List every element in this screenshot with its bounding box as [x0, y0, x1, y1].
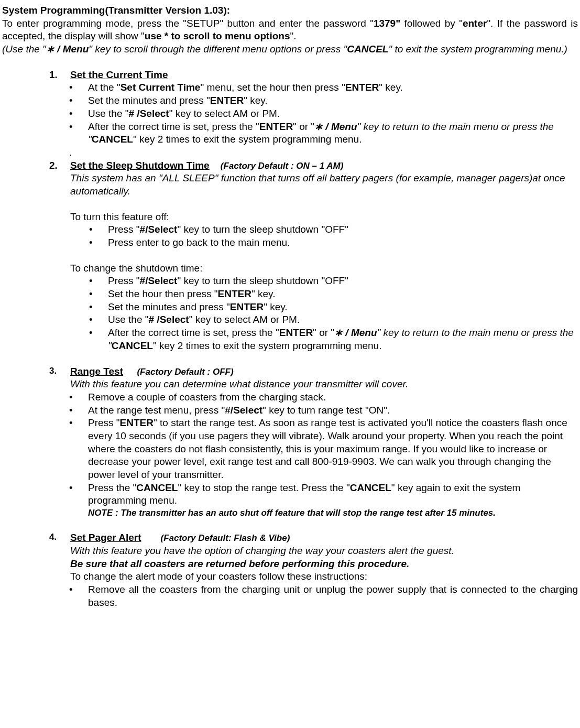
list-item: • Remove a couple of coasters from the c…	[69, 391, 578, 404]
text: Set the hour then press "	[108, 288, 218, 299]
text: Use the "# /Select" key to select AM or …	[88, 107, 280, 121]
text: # /Select	[129, 108, 169, 119]
intro-line-2: (Use the "∗ / Menu" key to scroll throug…	[2, 43, 578, 56]
text: " key.	[251, 288, 275, 299]
list-item: • At the range test menu, press "#/Selec…	[69, 404, 578, 417]
text: At the range test menu, press "	[88, 405, 225, 416]
text: Use the "	[108, 314, 149, 325]
text: ENTER	[259, 121, 293, 132]
text: CANCEL	[112, 340, 153, 351]
section-2-header: 2. Set the Sleep Shutdown Time (Factory …	[49, 159, 578, 172]
list-item: • After the correct time is set, press t…	[89, 327, 578, 352]
bullet-icon: •	[69, 391, 88, 404]
text: Press the "CANCEL" key to stop the range…	[88, 482, 578, 519]
section-description: With this feature you have the option of…	[70, 545, 578, 558]
section-title: Set Pager Alert	[70, 532, 141, 543]
text: ∗ / Menu	[334, 327, 377, 338]
text: " or "	[313, 327, 334, 338]
text: Set the hour then press "ENTER" key.	[108, 288, 275, 301]
text: " key 2 times to exit the system program…	[133, 134, 362, 145]
section-number: 4.	[49, 531, 70, 545]
text: Set the minutes and press "	[108, 301, 230, 312]
section-description: With this feature you can determine what…	[70, 378, 578, 391]
section-number: 3.	[49, 365, 70, 378]
subheading: To turn this feature off:	[70, 211, 578, 224]
section-title: Set the Current Time	[70, 69, 168, 80]
section-title: Set the Sleep Shutdown Time	[70, 160, 210, 171]
text: After the correct time is set, press the…	[88, 121, 259, 132]
bullet-icon: •	[69, 417, 88, 481]
text: After the correct time is set, press the…	[108, 327, 578, 352]
text: Set the minutes and press "	[88, 95, 210, 106]
text: To enter programming mode, press the "SE…	[2, 18, 374, 29]
list-item: • Press "#/Select" key to turn the sleep…	[89, 275, 578, 288]
text: " key to turn the sleep shutdown "OFF"	[177, 275, 348, 286]
intro-line-1: To enter programming mode, press the "SE…	[2, 17, 578, 43]
bullet-icon: •	[69, 81, 88, 94]
bullet-icon: •	[89, 313, 108, 327]
text: Press enter to go back to the main menu.	[108, 236, 290, 249]
text: At the "	[88, 82, 121, 93]
list-item: • Use the "# /Select" key to select AM o…	[69, 107, 578, 121]
text: " menu, set the hour then press "	[200, 82, 345, 93]
bullet-icon: •	[89, 288, 108, 301]
text: Press "	[88, 417, 120, 428]
bullet-icon: •	[69, 94, 88, 107]
text: Use the "	[88, 108, 129, 119]
bullet-icon: •	[89, 236, 108, 249]
section-3-header: 3. Range Test (Factory Default : OFF)	[49, 365, 578, 378]
text: Press "#/Select" key to turn the sleep s…	[108, 223, 348, 236]
text: enter	[463, 18, 487, 29]
text: " key.	[379, 82, 402, 93]
text: .	[69, 146, 578, 159]
bullet-icon: •	[89, 275, 108, 288]
text: After the correct time is set, press the…	[88, 121, 578, 146]
text: " key.	[244, 95, 267, 106]
bullet-icon: •	[89, 327, 108, 352]
text: CANCEL	[136, 482, 178, 493]
text: #/Select	[140, 275, 178, 286]
text: After the correct time is set, press the…	[108, 327, 279, 338]
list-item: • Press the "CANCEL" key to stop the ran…	[69, 482, 578, 519]
text: At the range test menu, press "#/Select"…	[88, 404, 390, 417]
text: use * to scroll to menu options	[145, 30, 290, 41]
text: ENTER	[210, 95, 244, 106]
text: 1379"	[374, 18, 400, 29]
list-item: • Press enter to go back to the main men…	[89, 236, 578, 249]
list-item: • Use the "# /Select" key to select AM o…	[89, 313, 578, 327]
text: " key to select AM or PM.	[169, 108, 280, 119]
text: ENTER	[120, 417, 154, 428]
text: ENTER	[279, 327, 313, 338]
list-item: • Set the minutes and press "ENTER" key.	[69, 94, 578, 107]
text: followed by "	[400, 18, 463, 29]
text: Press "	[108, 224, 140, 235]
bullet-icon: •	[69, 583, 88, 609]
list-item: • Press "#/Select" key to turn the sleep…	[89, 223, 578, 236]
text: Use the "# /Select" key to select AM or …	[108, 313, 300, 327]
text: Set Current Time	[121, 82, 201, 93]
bullet-icon: •	[89, 301, 108, 314]
bullet-icon: •	[69, 404, 88, 417]
section-default: (Factory Default : OFF)	[137, 367, 233, 377]
text: " key to select AM or PM.	[189, 314, 300, 325]
text: " key to turn the sleep shutdown "OFF"	[177, 224, 348, 235]
text: " key.	[264, 301, 287, 312]
section-number: 2.	[49, 159, 70, 172]
section-description: This system has an "ALL SLEEP" function …	[70, 172, 578, 198]
bullet-icon: •	[89, 223, 108, 236]
text: ∗ / Menu	[314, 121, 357, 132]
list-item: • Set the minutes and press "ENTER" key.	[89, 301, 578, 314]
text: ".	[290, 30, 296, 41]
text: At the "Set Current Time" menu, set the …	[88, 81, 403, 94]
text: CANCEL	[92, 134, 133, 145]
section-1-header: 1. Set the Current Time	[49, 69, 578, 82]
text: ENTER	[345, 82, 379, 93]
list-item: • At the "Set Current Time" menu, set th…	[69, 81, 578, 94]
text: Press the "	[88, 482, 136, 493]
text: ENTER	[218, 288, 251, 299]
text: To change the alert mode of your coaster…	[70, 570, 578, 583]
text: #/Select	[225, 405, 262, 416]
section-default: (Factory Default : ON – 1 AM)	[221, 161, 344, 171]
section-title: Range Test	[70, 366, 123, 377]
text: " to exit the system programming menu.)	[388, 44, 567, 55]
